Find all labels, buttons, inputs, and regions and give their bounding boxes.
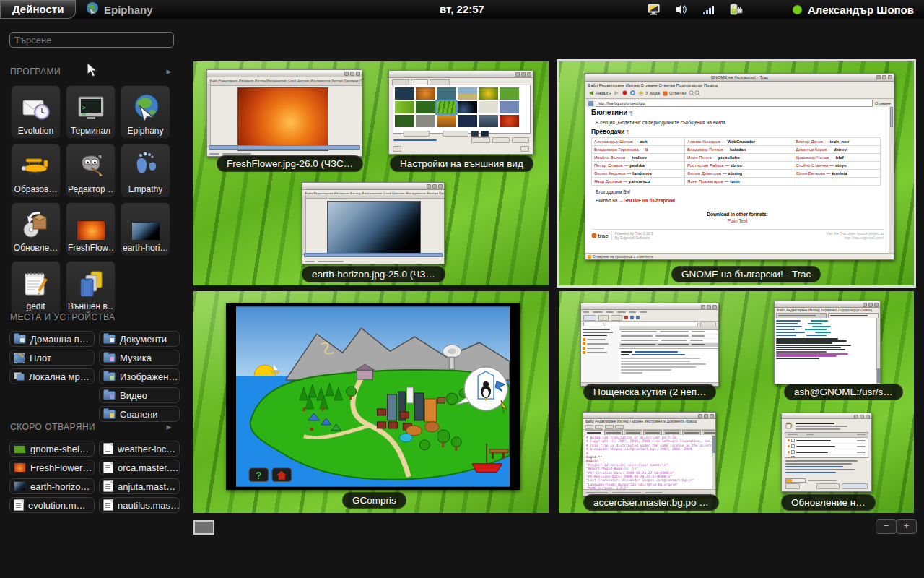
- translator-link[interactable]: Виктор Дачев: [796, 139, 823, 144]
- pilcrow-link[interactable]: ¶: [627, 129, 629, 134]
- translator-link[interactable]: Филип Андонов: [594, 171, 626, 176]
- wallpaper-thumb[interactable]: [458, 101, 477, 113]
- app-tile-updater[interactable]: Обновле…: [11, 202, 61, 256]
- checkbox[interactable]: [791, 450, 795, 454]
- folder-tree[interactable]: [581, 326, 622, 383]
- scrollbar[interactable]: [304, 253, 443, 257]
- translator-link[interactable]: Филип Димитров: [687, 171, 721, 176]
- epiphany-menubar[interactable]: Файл Редактиране Изглед Отиване Отметки …: [585, 82, 894, 88]
- scrollbar-thumb[interactable]: [712, 436, 715, 453]
- translator-link[interactable]: Явор Доганов: [594, 179, 622, 184]
- bookmarks-button[interactable]: Отметки: [663, 91, 686, 96]
- window-evolution[interactable]: [580, 303, 719, 387]
- wallpaper-thumb[interactable]: [479, 87, 498, 100]
- translator-link[interactable]: Владимира Гиргинова: [594, 147, 639, 152]
- window-gimp-earthhorizon[interactable]: Файл Редактиране Избиране Изглед Изображ…: [302, 182, 445, 264]
- recent-anjuta-po[interactable]: anjuta.mast…: [99, 478, 180, 494]
- app-tile-earthhorizon[interactable]: earth-hori…: [121, 202, 170, 256]
- translator-link[interactable]: Илия Пенев: [687, 155, 712, 160]
- battery-icon[interactable]: [729, 4, 744, 16]
- new-mail-button[interactable]: [583, 315, 596, 321]
- place-pictures[interactable]: Изображен…: [99, 368, 180, 384]
- translator-link[interactable]: Ясен Праматаров: [687, 179, 723, 184]
- user-menu[interactable]: Александър Шопов: [793, 0, 914, 19]
- toolbar-button[interactable]: [605, 425, 614, 429]
- network-signal-icon[interactable]: [703, 4, 715, 15]
- wallpaper-thumb[interactable]: [458, 115, 477, 127]
- place-downloads[interactable]: Свалени: [99, 406, 180, 422]
- update-row[interactable]: [785, 449, 868, 455]
- forward-icon[interactable]: [636, 316, 640, 319]
- window-terminal[interactable]: Файл Редактиране Изглед Терминал Подпроз…: [774, 301, 881, 384]
- update-row[interactable]: [785, 444, 868, 449]
- translator-link[interactable]: Владимир Петков: [687, 147, 723, 152]
- search-input[interactable]: [9, 32, 174, 48]
- remove-workspace-button[interactable]: −: [876, 519, 897, 534]
- checkbox[interactable]: [791, 439, 795, 442]
- wallpaper-thumb[interactable]: [458, 87, 477, 100]
- app-tile-appearance[interactable]: Външен в…: [66, 261, 116, 314]
- dropdown[interactable]: [443, 131, 468, 137]
- translator-link[interactable]: Ивайло Вълков: [594, 155, 625, 160]
- place-local-network[interactable]: Локална мр…: [9, 368, 95, 384]
- app-tile-epiphany[interactable]: Epiphany: [121, 85, 170, 139]
- visit-link[interactable]: http://trac.edgewall.com/: [845, 236, 884, 240]
- expand-arrow-icon[interactable]: ▶: [167, 68, 172, 75]
- close-button[interactable]: [520, 146, 529, 152]
- workspace-3[interactable]: ? GCompris: [193, 291, 549, 513]
- update-row[interactable]: [785, 455, 868, 458]
- recent-earth-horizon[interactable]: earth-horizo…: [9, 478, 95, 494]
- scrollbar-thumb[interactable]: [877, 368, 880, 383]
- toolbar-button[interactable]: [595, 425, 603, 429]
- button[interactable]: [512, 137, 529, 143]
- recent-freshflower[interactable]: FreshFlower…: [9, 460, 95, 475]
- app-tile-gedit[interactable]: gedit: [11, 261, 61, 314]
- translator-link[interactable]: Стойчо Станчев: [796, 163, 828, 168]
- app-tile-terminal[interactable]: >_ Терминал: [66, 85, 116, 139]
- get-more-backgrounds-link[interactable]: [393, 139, 437, 141]
- help-button[interactable]: [785, 483, 800, 489]
- app-tile-freshflower[interactable]: FreshFlow…: [66, 202, 116, 256]
- recent-weather-locations[interactable]: weather-loc…: [99, 441, 180, 457]
- translator-link[interactable]: Красимир Чонов: [796, 155, 829, 160]
- message-row[interactable]: [619, 347, 718, 348]
- wallpaper-thumb-selected[interactable]: [437, 101, 456, 113]
- translator-link[interactable]: Атанас Кошаров: [687, 139, 720, 144]
- stop-icon[interactable]: [622, 90, 627, 96]
- translator-link[interactable]: Петър Славов: [594, 163, 623, 168]
- checkbox[interactable]: [791, 444, 795, 448]
- help-button[interactable]: [393, 146, 401, 152]
- message-list[interactable]: [619, 326, 718, 348]
- place-documents[interactable]: Документи: [99, 331, 180, 347]
- volume-icon[interactable]: [676, 4, 689, 15]
- back-button[interactable]: Назад▾: [588, 90, 611, 96]
- display-icon[interactable]: [648, 4, 661, 16]
- translator-link[interactable]: Димитър Киров: [796, 147, 827, 152]
- workspace-indicator[interactable]: [193, 520, 214, 535]
- wallpaper-thumb[interactable]: [500, 101, 519, 113]
- translator-link[interactable]: Александър Шопов: [594, 139, 633, 144]
- window-epiphany-trac[interactable]: GNOME на български! - Trac Файл Редактир…: [585, 73, 894, 260]
- scrollbar-vertical[interactable]: [876, 318, 880, 384]
- wallpaper-thumb[interactable]: [395, 101, 414, 113]
- place-videos[interactable]: Видео: [99, 387, 180, 403]
- wallpaper-thumb[interactable]: [437, 87, 456, 100]
- zoom-icons[interactable]: [689, 90, 700, 97]
- email-link[interactable]: [632, 354, 685, 355]
- window-gimp-freshflower[interactable]: Файл Редактиране Избиране Изглед Изображ…: [206, 69, 362, 157]
- toolbar-button[interactable]: [598, 315, 609, 321]
- window-gedit[interactable]: Файл Редактиране Изглед Търсене Инструме…: [583, 412, 716, 496]
- app-tile-gcompris[interactable]: Образов…: [11, 144, 61, 197]
- button[interactable]: [492, 137, 510, 143]
- window-gcompris[interactable]: ?: [226, 303, 520, 490]
- app-menu[interactable]: Epiphany: [85, 0, 153, 19]
- button[interactable]: [471, 137, 490, 143]
- scrollbar-vertical[interactable]: [889, 107, 894, 254]
- app-tile-empathy[interactable]: Empathy: [121, 144, 170, 197]
- wallpaper-thumb[interactable]: [416, 101, 435, 113]
- recent-nautilus-po[interactable]: nautilus.mas…: [99, 497, 180, 513]
- wallpaper-thumb[interactable]: [500, 87, 519, 100]
- delete-icon[interactable]: [624, 316, 628, 319]
- scrollbar-thumb[interactable]: [890, 107, 893, 127]
- translator-link[interactable]: Юлия Велкова: [796, 171, 825, 176]
